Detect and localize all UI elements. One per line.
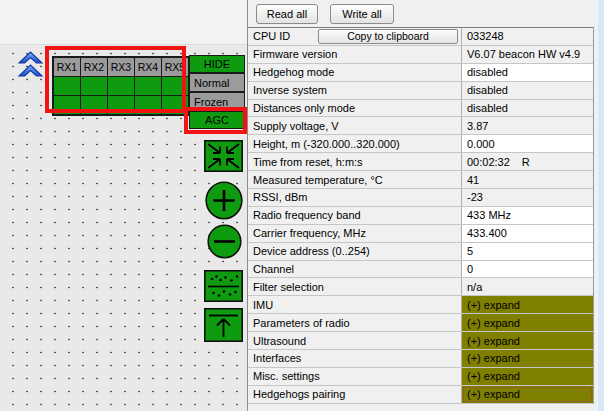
rx-data-cell: [80, 95, 108, 115]
row-label-text: Measured temperature, °C: [253, 174, 383, 186]
row-value-text: 033248: [467, 30, 504, 42]
expand-cell[interactable]: (+) expand: [462, 350, 593, 367]
rx-header-cell: RX2: [80, 57, 108, 77]
row-label: Hedgehog mode: [248, 64, 462, 81]
hide-button[interactable]: HIDE: [189, 55, 245, 73]
table-row: Hedgehogs pairing(+) expand: [248, 386, 593, 404]
row-label-text: Supply voltage, V: [253, 120, 339, 132]
zoom-out-icon[interactable]: [207, 224, 242, 259]
read-all-button[interactable]: Read all: [256, 4, 318, 24]
double-chevron-up-icon[interactable]: [17, 50, 44, 81]
row-label: Device address (0..254): [248, 243, 462, 260]
expand-cell[interactable]: (+) expand: [462, 296, 593, 313]
frozen-button[interactable]: Frozen: [189, 92, 245, 111]
rx-signal-table: RX1RX2RX3RX4RX5: [52, 56, 190, 116]
rx-header-cell: RX4: [134, 57, 162, 77]
row-value[interactable]: 0.000: [462, 135, 593, 152]
table-row: Channel0: [248, 261, 593, 279]
row-value: disabled: [462, 82, 593, 99]
table-row: Hedgehog modedisabled: [248, 64, 593, 82]
expand-cell[interactable]: (+) expand: [462, 368, 593, 385]
row-label: Supply voltage, V: [248, 117, 462, 134]
row-label: Firmware version: [248, 46, 462, 63]
zoom-in-icon[interactable]: [205, 181, 243, 220]
row-value-text: 433.400: [467, 227, 507, 239]
row-value-text: (+) expand: [467, 388, 520, 400]
rx-header-cell: RX5: [161, 57, 189, 77]
rx-header-cell: RX3: [107, 57, 135, 77]
rx-data-cell: [107, 95, 135, 115]
row-label: IMU: [248, 296, 462, 313]
row-value-text: 41: [467, 174, 479, 186]
row-value-text: (+) expand: [467, 335, 520, 347]
rx-header-cell: RX1: [53, 57, 81, 77]
row-label-text: Hedgehogs pairing: [253, 388, 345, 400]
row-value-text: (+) expand: [467, 370, 520, 382]
table-row: Firmware versionV6.07 beacon HW v4.9: [248, 46, 593, 64]
rx-data-cell: [107, 76, 135, 96]
normal-button[interactable]: Normal: [189, 73, 245, 92]
row-label: Distances only mode: [248, 100, 462, 117]
row-label: Channel: [248, 261, 462, 278]
copy-to-clipboard-button[interactable]: Copy to clipboard: [318, 29, 458, 44]
row-value: 00:02:32R: [462, 153, 593, 170]
row-label-text: Filter selection: [253, 281, 324, 293]
row-label: Height, m (-320.000..320.000): [248, 135, 462, 152]
table-row: Carrier frequency, MHz433.400: [248, 225, 593, 243]
row-label-text: Hedgehog mode: [253, 66, 334, 78]
row-label: RSSI, dBm: [248, 189, 462, 206]
row-value-text: 0: [467, 263, 473, 275]
row-value-suffix: R: [522, 156, 530, 168]
table-row: IMU(+) expand: [248, 296, 593, 314]
rx-data-cell: [53, 95, 81, 115]
row-label-text: Inverse system: [253, 84, 327, 96]
row-label-text: Firmware version: [253, 48, 337, 60]
row-value[interactable]: disabled: [462, 64, 593, 81]
expand-cell[interactable]: (+) expand: [462, 332, 593, 349]
row-label-text: Radio frequency band: [253, 209, 361, 221]
row-label-text: Parameters of radio: [253, 317, 350, 329]
write-all-button[interactable]: Write all: [330, 4, 394, 24]
table-row: Device address (0..254)5: [248, 243, 593, 261]
rx-table-row-1: [53, 77, 189, 96]
row-value[interactable]: 0: [462, 261, 593, 278]
row-value-text: disabled: [467, 84, 508, 96]
rx-data-cell: [134, 76, 162, 96]
scatter-plot-icon[interactable]: [204, 270, 243, 302]
row-value-text: 433 MHz: [467, 209, 511, 221]
row-value-text: 5: [467, 245, 473, 257]
table-row: Filter selectionn/a: [248, 278, 593, 296]
row-label-text: Time from reset, h:m:s: [253, 156, 363, 168]
row-label-text: IMU: [253, 299, 273, 311]
table-row: CPU IDCopy to clipboard033248: [248, 28, 593, 46]
row-label-text: Distances only mode: [253, 102, 355, 114]
rx-data-cell: [80, 76, 108, 96]
expand-cell[interactable]: (+) expand: [462, 386, 593, 403]
rx-table-header-row: RX1RX2RX3RX4RX5: [53, 57, 189, 77]
row-label: Radio frequency band: [248, 207, 462, 224]
rx-table-row-2: [53, 96, 189, 115]
row-label-text: CPU ID: [253, 30, 290, 42]
row-value-text: 0.000: [467, 138, 495, 150]
rx-data-cell: [161, 95, 189, 115]
table-row: Misc. settings(+) expand: [248, 368, 593, 386]
rx-data-cell: [134, 95, 162, 115]
row-value[interactable]: 433.400: [462, 225, 593, 242]
upload-arrow-icon[interactable]: [204, 308, 243, 342]
table-row: Distances only modedisabled: [248, 100, 593, 118]
row-value-text: 00:02:32: [467, 156, 510, 168]
row-label-text: Ultrasound: [253, 335, 306, 347]
row-label-text: RSSI, dBm: [253, 191, 307, 203]
row-value[interactable]: 433 MHz: [462, 207, 593, 224]
row-label: Filter selection: [248, 278, 462, 295]
row-value-text: disabled: [467, 102, 508, 114]
row-value: 033248: [462, 28, 593, 45]
fit-view-icon[interactable]: [204, 140, 243, 172]
agc-button[interactable]: AGC: [189, 111, 245, 129]
row-value[interactable]: 5: [462, 243, 593, 260]
expand-cell[interactable]: (+) expand: [462, 314, 593, 331]
row-label: Inverse system: [248, 82, 462, 99]
row-label-text: Device address (0..254): [253, 245, 370, 257]
table-row: Supply voltage, V3.87: [248, 117, 593, 135]
rx-data-cell: [53, 76, 81, 96]
